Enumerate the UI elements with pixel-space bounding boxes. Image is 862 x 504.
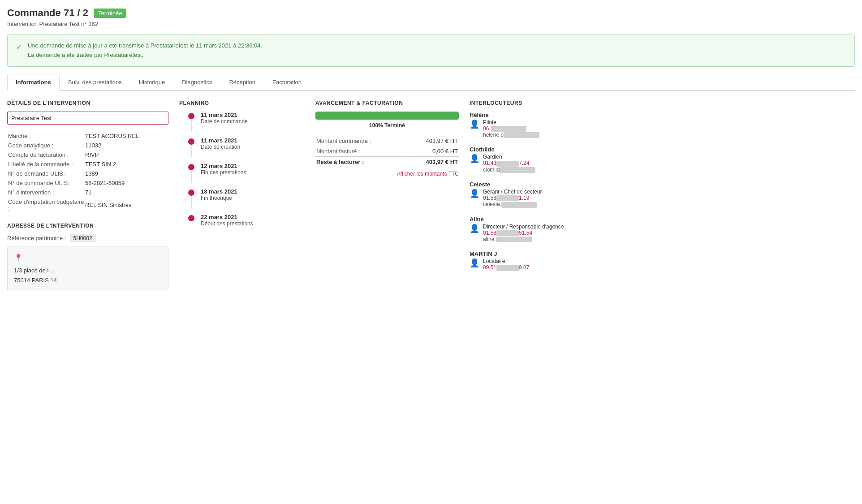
montant-commande-label: Montant commande : (315, 136, 405, 146)
person-icon: 👤 (470, 224, 479, 233)
timeline-content: 12 mars 2021 Fin des prestations (201, 163, 246, 176)
interlocutor-name: Celeste (470, 181, 855, 188)
interlocutor-role: Locataire (483, 258, 529, 264)
field-label: Libellé de la commande : (8, 160, 84, 168)
address-city: 75014 PARIS 14 (14, 276, 162, 285)
interlocutor-row: 👤 Gérant / Chef de secteur 01.581.19 cel… (470, 189, 855, 208)
page-header: Commande 71 / 2 Terminée Intervention Pr… (7, 7, 855, 27)
timeline-line (191, 170, 192, 183)
interlocutor-email: helene.p (483, 132, 539, 138)
address-section: ADRESSE DE L'INTERVENTION Référence patr… (7, 223, 168, 291)
ref-value: 5H0002 (70, 234, 96, 242)
timeline-dot (188, 190, 194, 196)
timeline-item: 11 mars 2021 Date de commande (188, 112, 305, 125)
timeline-content: 11 mars 2021 Date de création (201, 137, 240, 150)
interlocutor-item: Aline 👤 Directeur / Responsable d'agence… (470, 216, 855, 243)
reste-value: 403,97 € HT (405, 156, 459, 167)
field-label: Code analytique : (8, 141, 84, 150)
person-icon: 👤 (470, 189, 479, 198)
main-content: DÉTAILS DE L'INTERVENTION Marché :TEST A… (7, 100, 855, 291)
timeline-content: 18 mars 2021 Fin théorique (201, 188, 237, 201)
field-value: 71 (85, 188, 168, 197)
interlocutor-item: Hélène 👤 Pilote 06. helene.p (470, 112, 855, 138)
details-row: Code analytique :11032 (8, 141, 168, 150)
timeline-item: 11 mars 2021 Date de création (188, 137, 305, 150)
page-title: Commande 71 / 2 Terminée (7, 7, 126, 19)
alert-text: Une demande de mise à jour a été transmi… (28, 41, 262, 60)
timeline-dot (188, 138, 194, 145)
progress-bar-fill (315, 112, 459, 120)
alert-line1: Une demande de mise à jour a été transmi… (28, 42, 262, 49)
timeline-label: Date de création (201, 144, 240, 150)
tab-suivi-prestations[interactable]: Suivi des prestations (60, 74, 130, 91)
tab-diagnostics[interactable]: Diagnostics (173, 74, 220, 91)
field-label: Code d'imputation budgétaire : (8, 198, 84, 213)
timeline-line (191, 195, 192, 208)
provider-input[interactable] (7, 112, 168, 125)
details-table: Marché :TEST ACORUS RELCode analytique :… (7, 131, 168, 214)
field-value: TEST ACORUS REL (85, 132, 168, 140)
timeline-label: Fin théorique (201, 195, 237, 201)
interlocutor-email: aline. (483, 236, 564, 242)
interlocutor-row: 👤 Pilote 06. helene.p (470, 119, 855, 138)
field-label: Marché : (8, 132, 84, 140)
avancement-section-title: AVANCEMENT & FACTURATION (315, 100, 459, 106)
interlocutor-info: Gérant / Chef de secteur 01.581.19 celes… (483, 189, 542, 208)
interlocutor-name: MARTIN J (470, 250, 855, 257)
timeline-item: 22 mars 2021 Début des prestations (188, 214, 305, 227)
interlocutor-row: 👤 Locataire 09.519.07 (470, 258, 855, 271)
timeline-label: Fin des prestations (201, 169, 246, 176)
tabs-container: Informations Suivi des prestations Histo… (7, 74, 855, 91)
field-value: TEST SIN 2 (85, 160, 168, 168)
interlocutor-role: Gardien (483, 154, 535, 160)
tab-informations[interactable]: Informations (7, 74, 60, 91)
address-section-title: ADRESSE DE L'INTERVENTION (7, 223, 168, 229)
tab-reception[interactable]: Réception (220, 74, 264, 91)
alert-line2: La demande a été traitée par Prestataire… (28, 52, 143, 58)
interlocutor-item: Celeste 👤 Gérant / Chef de secteur 01.58… (470, 181, 855, 208)
timeline: 11 mars 2021 Date de commande 11 mars 20… (179, 112, 305, 227)
timeline-line (191, 144, 192, 157)
timeline-date: 18 mars 2021 (201, 188, 237, 195)
timeline-label: Début des prestations (201, 220, 253, 227)
pin-icon: 📍 (14, 252, 162, 264)
interlocutor-info: Locataire 09.519.07 (483, 258, 529, 271)
address-card: 📍 1/3 place de l ... 75014 PARIS 14 (7, 246, 168, 291)
person-icon: 👤 (470, 154, 479, 164)
interlocutor-name: Hélène (470, 112, 855, 118)
interlocutor-phone: 01.5851.54 (483, 230, 564, 236)
ref-label: Référence patrimoine : (7, 235, 66, 241)
tab-facturation[interactable]: Facturation (264, 74, 310, 91)
progress-label: 100% Terminé (315, 122, 459, 129)
timeline-date: 22 mars 2021 (201, 214, 253, 220)
planning-section-title: PLANNING (179, 100, 305, 106)
timeline-item: 18 mars 2021 Fin théorique (188, 188, 305, 201)
progress-bar-container (315, 112, 459, 120)
details-row: N° de commande ULIS:58-2021-60859 (8, 179, 168, 187)
alert-box: ✓ Une demande de mise à jour a été trans… (7, 34, 855, 67)
montant-facture-label: Montant facturé : (315, 146, 405, 157)
interlocutor-name: Aline (470, 216, 855, 223)
timeline-date: 12 mars 2021 (201, 163, 246, 169)
subtitle: Intervention Prestataire Test n° 362 (7, 21, 855, 27)
ttc-link[interactable]: Afficher les montants TTC (315, 171, 459, 177)
tab-historique[interactable]: Historique (130, 74, 174, 91)
interlocutor-name: Clothilde (470, 146, 855, 153)
interlocuteurs-section-title: INTERLOCUTEURS (470, 100, 855, 106)
col-details: DÉTAILS DE L'INTERVENTION Marché :TEST A… (7, 100, 168, 291)
timeline-content: 22 mars 2021 Début des prestations (201, 214, 253, 227)
interlocutor-phone: 06. (483, 125, 539, 132)
field-label: N° de demande ULIS: (8, 169, 84, 178)
field-value: 11032 (85, 141, 168, 150)
amounts-table: Montant commande : 403,97 € HT Montant f… (315, 136, 459, 167)
timeline-dot (188, 215, 194, 221)
title-text: Commande 71 / 2 (7, 7, 88, 19)
person-icon: 👤 (470, 119, 479, 129)
interlocutor-email: clothild (483, 167, 535, 173)
col-interlocuteurs: INTERLOCUTEURS Hélène 👤 Pilote 06. helen… (470, 100, 855, 291)
details-row: N° de demande ULIS:1389 (8, 169, 168, 178)
details-row: Compte de facturation :RIVP (8, 151, 168, 159)
timeline-content: 11 mars 2021 Date de commande (201, 112, 248, 125)
timeline-dot (188, 113, 194, 119)
timeline-label: Date de commande (201, 118, 248, 125)
